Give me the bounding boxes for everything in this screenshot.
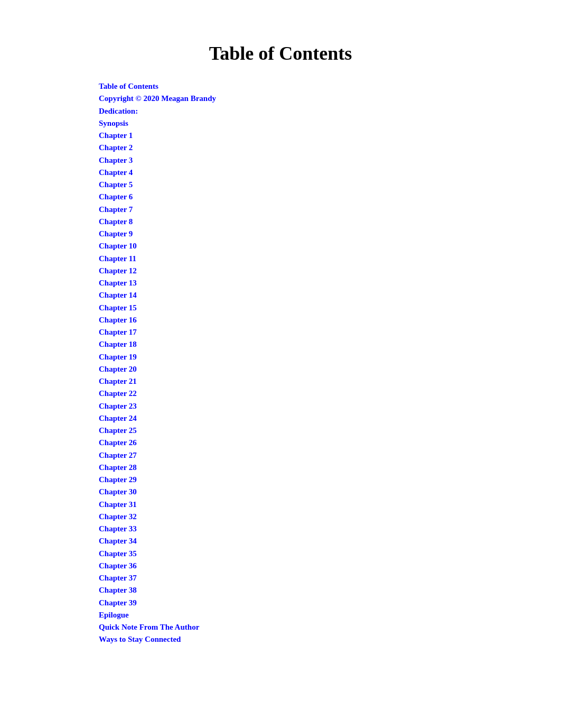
toc-item[interactable]: Chapter 11 (99, 253, 540, 265)
toc-item[interactable]: Chapter 28 (99, 462, 540, 474)
toc-item[interactable]: Chapter 22 (99, 388, 540, 400)
toc-item[interactable]: Table of Contents (99, 80, 540, 93)
toc-item[interactable]: Chapter 24 (99, 412, 540, 425)
toc-item[interactable]: Quick Note From The Author (99, 621, 540, 633)
toc-item[interactable]: Epilogue (99, 609, 540, 621)
toc-item[interactable]: Chapter 2 (99, 142, 540, 154)
toc-item[interactable]: Chapter 13 (99, 277, 540, 289)
toc-item[interactable]: Chapter 37 (99, 572, 540, 584)
toc-item[interactable]: Chapter 12 (99, 265, 540, 277)
toc-item[interactable]: Chapter 15 (99, 302, 540, 314)
toc-item[interactable]: Ways to Stay Connected (99, 633, 540, 646)
toc-item[interactable]: Chapter 30 (99, 486, 540, 498)
toc-item[interactable]: Chapter 36 (99, 560, 540, 572)
toc-item[interactable]: Chapter 25 (99, 425, 540, 437)
toc-item[interactable]: Chapter 31 (99, 499, 540, 511)
toc-item[interactable]: Chapter 26 (99, 437, 540, 449)
toc-item[interactable]: Chapter 17 (99, 326, 540, 338)
toc-item[interactable]: Chapter 20 (99, 363, 540, 375)
toc-item[interactable]: Chapter 8 (99, 216, 540, 228)
toc-item[interactable]: Chapter 29 (99, 474, 540, 486)
toc-item[interactable]: Chapter 32 (99, 511, 540, 523)
toc-item[interactable]: Chapter 14 (99, 289, 540, 301)
toc-item[interactable]: Copyright © 2020 Meagan Brandy (99, 93, 540, 105)
toc-item[interactable]: Chapter 7 (99, 204, 540, 216)
toc-item[interactable]: Chapter 35 (99, 548, 540, 560)
toc-item[interactable]: Chapter 33 (99, 523, 540, 535)
toc-item[interactable]: Chapter 5 (99, 179, 540, 191)
toc-item[interactable]: Chapter 18 (99, 338, 540, 351)
page-title: Table of Contents (21, 42, 540, 64)
toc-item[interactable]: Chapter 39 (99, 597, 540, 609)
toc-list: Table of ContentsCopyright © 2020 Meagan… (99, 80, 540, 646)
toc-item[interactable]: Chapter 3 (99, 154, 540, 167)
toc-item[interactable]: Dedication: (99, 105, 540, 117)
toc-item[interactable]: Chapter 16 (99, 314, 540, 326)
toc-item[interactable]: Chapter 27 (99, 449, 540, 462)
toc-item[interactable]: Chapter 21 (99, 375, 540, 388)
toc-item[interactable]: Chapter 1 (99, 130, 540, 142)
toc-item[interactable]: Chapter 4 (99, 167, 540, 179)
toc-item[interactable]: Synopsis (99, 117, 540, 130)
toc-item[interactable]: Chapter 34 (99, 535, 540, 547)
toc-item[interactable]: Chapter 10 (99, 240, 540, 252)
toc-item[interactable]: Chapter 6 (99, 191, 540, 203)
toc-item[interactable]: Chapter 9 (99, 228, 540, 240)
toc-item[interactable]: Chapter 19 (99, 351, 540, 363)
toc-item[interactable]: Chapter 23 (99, 400, 540, 412)
toc-item[interactable]: Chapter 38 (99, 584, 540, 596)
